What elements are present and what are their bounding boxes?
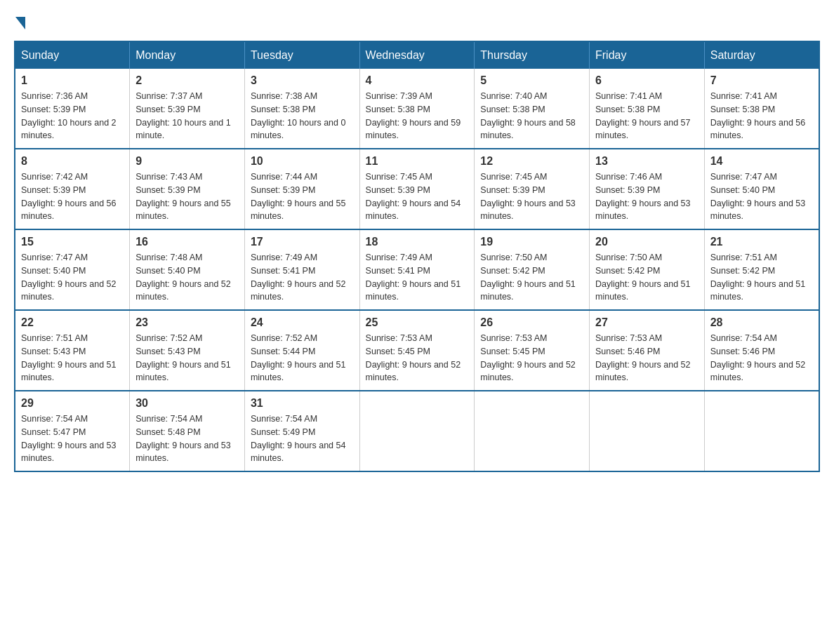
day-number: 23: [135, 316, 239, 329]
day-info: Sunrise: 7:49 AM Sunset: 5:41 PM Dayligh…: [251, 251, 354, 304]
day-info: Sunrise: 7:53 AM Sunset: 5:46 PM Dayligh…: [595, 332, 699, 384]
day-info: Sunrise: 7:37 AM Sunset: 5:39 PM Dayligh…: [135, 90, 239, 142]
day-number: 5: [480, 74, 583, 87]
calendar-day-cell: [590, 391, 705, 471]
calendar-day-cell: [359, 391, 475, 471]
weekday-header-cell: Saturday: [704, 41, 819, 69]
day-info: Sunrise: 7:54 AM Sunset: 5:49 PM Dayligh…: [251, 412, 354, 465]
calendar-day-cell: 17 Sunrise: 7:49 AM Sunset: 5:41 PM Dayl…: [244, 229, 359, 310]
day-info: Sunrise: 7:47 AM Sunset: 5:40 PM Dayligh…: [21, 251, 124, 304]
day-info: Sunrise: 7:44 AM Sunset: 5:39 PM Dayligh…: [251, 170, 354, 223]
day-info: Sunrise: 7:40 AM Sunset: 5:38 PM Dayligh…: [480, 90, 583, 142]
day-info: Sunrise: 7:46 AM Sunset: 5:39 PM Dayligh…: [595, 170, 699, 223]
calendar-week-row: 15 Sunrise: 7:47 AM Sunset: 5:40 PM Dayl…: [15, 229, 819, 310]
weekday-header-cell: Sunday: [15, 41, 130, 69]
day-number: 24: [251, 316, 354, 329]
day-number: 12: [480, 155, 583, 168]
weekday-header-cell: Friday: [590, 41, 705, 69]
day-number: 25: [366, 316, 469, 329]
day-number: 2: [135, 74, 239, 87]
calendar-day-cell: 13 Sunrise: 7:46 AM Sunset: 5:39 PM Dayl…: [590, 149, 705, 229]
calendar-day-cell: 1 Sunrise: 7:36 AM Sunset: 5:39 PM Dayli…: [15, 69, 130, 149]
calendar-day-cell: 12 Sunrise: 7:45 AM Sunset: 5:39 PM Dayl…: [475, 149, 590, 229]
day-info: Sunrise: 7:48 AM Sunset: 5:40 PM Dayligh…: [135, 251, 239, 304]
calendar-day-cell: 30 Sunrise: 7:54 AM Sunset: 5:48 PM Dayl…: [130, 391, 245, 471]
calendar-week-row: 1 Sunrise: 7:36 AM Sunset: 5:39 PM Dayli…: [15, 69, 819, 149]
day-info: Sunrise: 7:54 AM Sunset: 5:46 PM Dayligh…: [710, 332, 813, 384]
weekday-header-cell: Wednesday: [359, 41, 475, 69]
day-number: 28: [710, 316, 813, 329]
day-number: 14: [710, 155, 813, 168]
calendar-day-cell: 3 Sunrise: 7:38 AM Sunset: 5:38 PM Dayli…: [244, 69, 359, 149]
calendar-body: 1 Sunrise: 7:36 AM Sunset: 5:39 PM Dayli…: [15, 69, 819, 471]
day-number: 3: [251, 74, 354, 87]
day-number: 19: [480, 236, 583, 248]
calendar-day-cell: 19 Sunrise: 7:50 AM Sunset: 5:42 PM Dayl…: [475, 229, 590, 310]
day-info: Sunrise: 7:54 AM Sunset: 5:47 PM Dayligh…: [21, 412, 124, 465]
day-info: Sunrise: 7:41 AM Sunset: 5:38 PM Dayligh…: [710, 90, 813, 142]
day-info: Sunrise: 7:47 AM Sunset: 5:40 PM Dayligh…: [710, 170, 813, 223]
calendar-day-cell: 20 Sunrise: 7:50 AM Sunset: 5:42 PM Dayl…: [590, 229, 705, 310]
day-number: 11: [366, 155, 469, 168]
calendar-day-cell: 27 Sunrise: 7:53 AM Sunset: 5:46 PM Dayl…: [590, 310, 705, 391]
logo-arrow-icon: [15, 17, 25, 29]
calendar-day-cell: 22 Sunrise: 7:51 AM Sunset: 5:43 PM Dayl…: [15, 310, 130, 391]
day-number: 15: [21, 236, 124, 248]
day-info: Sunrise: 7:38 AM Sunset: 5:38 PM Dayligh…: [251, 90, 354, 142]
day-info: Sunrise: 7:53 AM Sunset: 5:45 PM Dayligh…: [366, 332, 469, 384]
logo: [14, 14, 25, 27]
calendar-day-cell: 6 Sunrise: 7:41 AM Sunset: 5:38 PM Dayli…: [590, 69, 705, 149]
day-number: 27: [595, 316, 699, 329]
day-number: 8: [21, 155, 124, 168]
day-info: Sunrise: 7:41 AM Sunset: 5:38 PM Dayligh…: [595, 90, 699, 142]
calendar-day-cell: 9 Sunrise: 7:43 AM Sunset: 5:39 PM Dayli…: [130, 149, 245, 229]
day-info: Sunrise: 7:51 AM Sunset: 5:43 PM Dayligh…: [21, 332, 124, 384]
calendar-day-cell: 18 Sunrise: 7:49 AM Sunset: 5:41 PM Dayl…: [359, 229, 475, 310]
calendar-day-cell: [704, 391, 819, 471]
calendar-day-cell: 21 Sunrise: 7:51 AM Sunset: 5:42 PM Dayl…: [704, 229, 819, 310]
calendar-day-cell: 16 Sunrise: 7:48 AM Sunset: 5:40 PM Dayl…: [130, 229, 245, 310]
calendar-day-cell: 25 Sunrise: 7:53 AM Sunset: 5:45 PM Dayl…: [359, 310, 475, 391]
calendar-day-cell: 7 Sunrise: 7:41 AM Sunset: 5:38 PM Dayli…: [704, 69, 819, 149]
calendar-day-cell: 5 Sunrise: 7:40 AM Sunset: 5:38 PM Dayli…: [475, 69, 590, 149]
day-info: Sunrise: 7:45 AM Sunset: 5:39 PM Dayligh…: [366, 170, 469, 223]
day-info: Sunrise: 7:42 AM Sunset: 5:39 PM Dayligh…: [21, 170, 124, 223]
calendar-day-cell: 26 Sunrise: 7:53 AM Sunset: 5:45 PM Dayl…: [475, 310, 590, 391]
calendar-day-cell: 10 Sunrise: 7:44 AM Sunset: 5:39 PM Dayl…: [244, 149, 359, 229]
calendar-day-cell: 31 Sunrise: 7:54 AM Sunset: 5:49 PM Dayl…: [244, 391, 359, 471]
calendar-day-cell: [475, 391, 590, 471]
weekday-header-row: SundayMondayTuesdayWednesdayThursdayFrid…: [15, 41, 819, 69]
calendar-day-cell: 14 Sunrise: 7:47 AM Sunset: 5:40 PM Dayl…: [704, 149, 819, 229]
day-number: 21: [710, 236, 813, 248]
calendar-day-cell: 28 Sunrise: 7:54 AM Sunset: 5:46 PM Dayl…: [704, 310, 819, 391]
day-info: Sunrise: 7:50 AM Sunset: 5:42 PM Dayligh…: [595, 251, 699, 304]
calendar-week-row: 8 Sunrise: 7:42 AM Sunset: 5:39 PM Dayli…: [15, 149, 819, 229]
day-number: 6: [595, 74, 699, 87]
day-info: Sunrise: 7:54 AM Sunset: 5:48 PM Dayligh…: [135, 412, 239, 465]
day-info: Sunrise: 7:49 AM Sunset: 5:41 PM Dayligh…: [366, 251, 469, 304]
day-info: Sunrise: 7:36 AM Sunset: 5:39 PM Dayligh…: [21, 90, 124, 142]
calendar-week-row: 22 Sunrise: 7:51 AM Sunset: 5:43 PM Dayl…: [15, 310, 819, 391]
weekday-header-cell: Tuesday: [244, 41, 359, 69]
weekday-header-cell: Monday: [130, 41, 245, 69]
day-number: 10: [251, 155, 354, 168]
calendar-day-cell: 11 Sunrise: 7:45 AM Sunset: 5:39 PM Dayl…: [359, 149, 475, 229]
day-number: 18: [366, 236, 469, 248]
calendar-day-cell: 24 Sunrise: 7:52 AM Sunset: 5:44 PM Dayl…: [244, 310, 359, 391]
day-number: 7: [710, 74, 813, 87]
day-number: 1: [21, 74, 124, 87]
day-number: 22: [21, 316, 124, 329]
day-number: 30: [135, 397, 239, 410]
day-number: 9: [135, 155, 239, 168]
calendar-day-cell: 8 Sunrise: 7:42 AM Sunset: 5:39 PM Dayli…: [15, 149, 130, 229]
day-number: 31: [251, 397, 354, 410]
page-header: [14, 14, 820, 27]
calendar-week-row: 29 Sunrise: 7:54 AM Sunset: 5:47 PM Dayl…: [15, 391, 819, 471]
day-info: Sunrise: 7:39 AM Sunset: 5:38 PM Dayligh…: [366, 90, 469, 142]
day-info: Sunrise: 7:53 AM Sunset: 5:45 PM Dayligh…: [480, 332, 583, 384]
day-number: 26: [480, 316, 583, 329]
weekday-header-cell: Thursday: [475, 41, 590, 69]
day-info: Sunrise: 7:52 AM Sunset: 5:43 PM Dayligh…: [135, 332, 239, 384]
day-info: Sunrise: 7:51 AM Sunset: 5:42 PM Dayligh…: [710, 251, 813, 304]
calendar-day-cell: 4 Sunrise: 7:39 AM Sunset: 5:38 PM Dayli…: [359, 69, 475, 149]
